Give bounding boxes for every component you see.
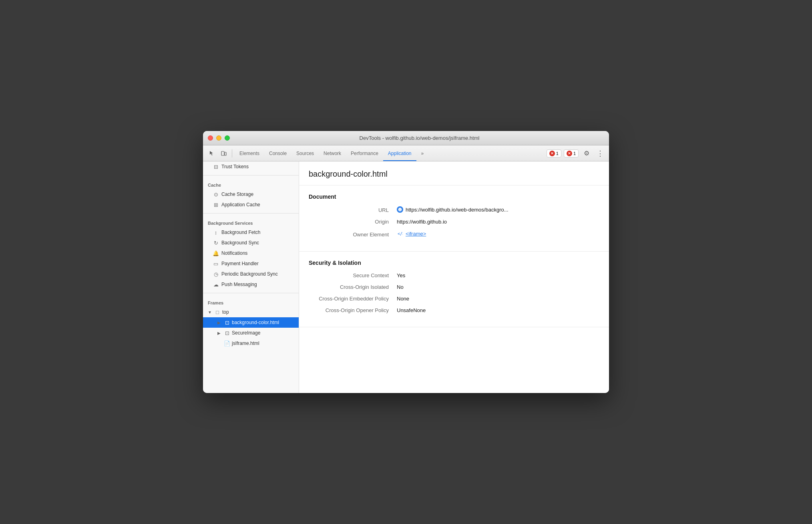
devtools-window: DevTools - wolfib.github.io/web-demos/js… (203, 131, 609, 393)
inspect-tool-button[interactable] (206, 148, 217, 159)
sidebar-item-secure-image[interactable]: ▶ ⊡ SecureImage (203, 328, 299, 338)
file-icon: 📄 (224, 341, 230, 347)
device-icon (221, 150, 227, 157)
sidebar-item-label: jsIframe.html (232, 341, 259, 346)
origin-row: Origin https://wolfib.github.io (309, 219, 599, 225)
cross-origin-isolated-row: Cross-Origin Isolated No (309, 284, 599, 290)
error-x-icon-2: ✕ (567, 151, 572, 156)
svg-text:</>: </> (398, 232, 403, 236)
origin-label: Origin (309, 219, 397, 225)
background-fetch-icon: ↕ (213, 230, 219, 236)
tab-sources[interactable]: Sources (291, 147, 319, 161)
sidebar-item-jsiframe[interactable]: ▶ 📄 jsIframe.html (203, 338, 299, 349)
background-sync-icon: ↻ (213, 240, 219, 246)
sidebar-item-top-frame[interactable]: ▼ □ top (203, 307, 299, 317)
sidebar-item-label: Background Fetch (221, 230, 260, 235)
sidebar-item-label: Application Cache (221, 202, 260, 208)
push-messaging-icon: ☁ (213, 282, 219, 288)
sidebar-item-label: Background Sync (221, 240, 259, 246)
tab-strip: Elements Console Sources Network Perform… (235, 145, 546, 161)
periodic-bg-sync-icon: ◷ (213, 271, 219, 277)
owner-element-label: Owner Element (309, 232, 397, 238)
url-row: URL i https://wolfib.github.io/web-demos… (309, 206, 599, 213)
sidebar-item-label: Payment Handler (221, 261, 259, 266)
tab-console[interactable]: Console (264, 147, 291, 161)
close-button[interactable] (208, 135, 213, 141)
trust-tokens-icon: ⊟ (213, 164, 219, 170)
error-count-2: 1 (573, 151, 576, 156)
cross-origin-embedder-value: None (397, 296, 409, 302)
sidebar-divider-1 (203, 175, 299, 175)
svg-rect-0 (221, 151, 224, 155)
url-value: i https://wolfib.github.io/web-demos/bac… (397, 206, 509, 213)
sidebar-divider-2 (203, 213, 299, 214)
svg-text:i: i (400, 208, 400, 211)
sidebar-item-label: top (222, 309, 229, 315)
sidebar-item-trust-tokens[interactable]: ⊟ Trust Tokens (203, 161, 299, 172)
security-section-title: Security & Isolation (309, 260, 599, 266)
secure-context-row: Secure Context Yes (309, 272, 599, 278)
payment-handler-icon: ▭ (213, 261, 219, 267)
sidebar-item-periodic-bg-sync[interactable]: ◷ Periodic Background Sync (203, 269, 299, 279)
tree-toggle-secure-image[interactable]: ▶ (217, 331, 222, 335)
minimize-button[interactable] (216, 135, 221, 141)
content-header: background-color.html (299, 161, 609, 185)
tree-toggle-top[interactable]: ▼ (208, 310, 213, 314)
page-title: background-color.html (309, 169, 599, 179)
sidebar-item-background-fetch[interactable]: ↕ Background Fetch (203, 227, 299, 238)
sidebar-item-payment-handler[interactable]: ▭ Payment Handler (203, 258, 299, 269)
error-badge-2[interactable]: ✕ 1 (564, 149, 579, 157)
secure-context-value: Yes (397, 272, 405, 278)
sidebar: ⊟ Trust Tokens Cache ⊙ Cache Storage ⊞ A… (203, 161, 299, 393)
iframe-icon-2: ⊡ (224, 330, 230, 336)
background-services-header: Background Services (203, 217, 299, 227)
cursor-icon (209, 150, 215, 157)
device-toolbar-button[interactable] (218, 148, 229, 159)
cross-origin-isolated-value: No (397, 284, 404, 290)
sidebar-item-application-cache[interactable]: ⊞ Application Cache (203, 200, 299, 210)
brackets-icon: </> (397, 231, 403, 236)
tab-more[interactable]: » (416, 147, 429, 161)
notifications-icon: 🔔 (213, 250, 219, 256)
sidebar-item-push-messaging[interactable]: ☁ Push Messaging (203, 279, 299, 290)
error-badge-1[interactable]: ✕ 1 (547, 149, 561, 157)
sidebar-divider-3 (203, 293, 299, 293)
document-section-title: Document (309, 193, 599, 200)
frame-icon: □ (214, 309, 221, 315)
sidebar-item-label: Cache Storage (221, 191, 253, 197)
maximize-button[interactable] (225, 135, 230, 141)
error-x-icon-1: ✕ (549, 151, 555, 156)
cache-storage-icon: ⊙ (213, 191, 219, 198)
settings-button[interactable]: ⚙ (581, 148, 592, 159)
traffic-lights (208, 135, 230, 141)
sidebar-item-background-sync[interactable]: ↻ Background Sync (203, 238, 299, 248)
tab-application[interactable]: Application (383, 147, 416, 161)
tree-toggle-bg-color[interactable]: ▶ (217, 320, 222, 325)
cross-origin-opener-label: Cross-Origin Opener Policy (309, 307, 397, 313)
sidebar-item-cache-storage[interactable]: ⊙ Cache Storage (203, 189, 299, 200)
sidebar-item-label: Periodic Background Sync (221, 271, 278, 277)
sidebar-item-label: SecureImage (232, 330, 260, 336)
frames-section-header: Frames (203, 296, 299, 307)
sidebar-item-label: Push Messaging (221, 282, 257, 287)
toolbar: Elements Console Sources Network Perform… (203, 145, 609, 161)
application-cache-icon: ⊞ (213, 202, 219, 208)
tab-network[interactable]: Network (319, 147, 346, 161)
sidebar-item-label: Trust Tokens (221, 164, 249, 169)
cross-origin-opener-value: UnsafeNone (397, 307, 426, 313)
iframe-icon: ⊡ (224, 320, 230, 326)
info-icon: i (398, 207, 402, 212)
cross-origin-embedder-label: Cross-Origin Embedder Policy (309, 296, 397, 302)
sidebar-item-bg-color[interactable]: ▶ ⊡ background-color.html (203, 317, 299, 328)
sidebar-item-label: background-color.html (232, 320, 279, 325)
code-icon: </> (397, 230, 403, 237)
more-options-button[interactable]: ⋮ (595, 148, 606, 159)
toolbar-right: ✕ 1 ✕ 1 ⚙ ⋮ (547, 148, 606, 159)
owner-element-value: </> <iframe> (397, 230, 426, 237)
sidebar-item-label: Notifications (221, 250, 247, 256)
window-title: DevTools - wolfib.github.io/web-demos/js… (235, 135, 604, 141)
tab-performance[interactable]: Performance (346, 147, 383, 161)
tab-elements[interactable]: Elements (235, 147, 264, 161)
content-panel: background-color.html Document URL i h (299, 161, 609, 393)
sidebar-item-notifications[interactable]: 🔔 Notifications (203, 248, 299, 258)
